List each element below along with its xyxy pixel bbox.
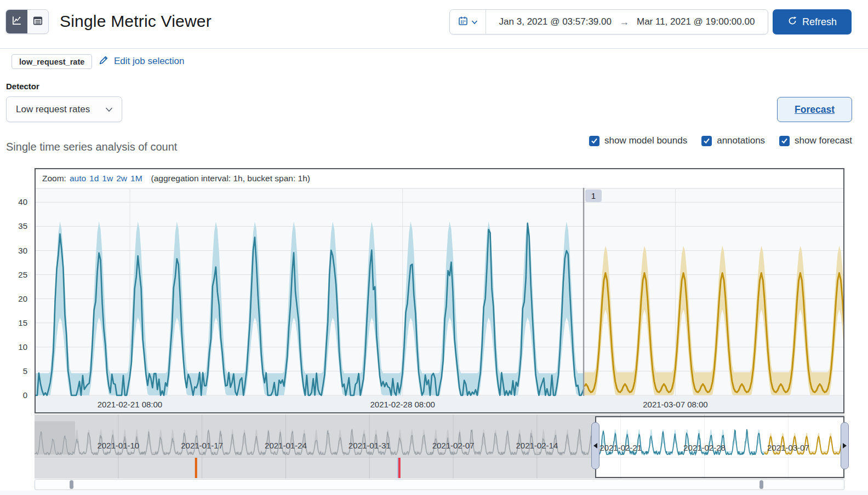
- zoom-link-auto[interactable]: auto: [70, 174, 86, 183]
- x-axis-label: 2021-02-21 08:00: [98, 400, 162, 409]
- zoom-link-1d[interactable]: 1d: [89, 174, 99, 183]
- y-axis-label: 10: [0, 342, 27, 352]
- line-chart-icon: [11, 15, 22, 28]
- show-forecast-checkbox[interactable]: show forecast: [779, 135, 852, 146]
- page-title: Single Metric Viewer: [60, 12, 212, 31]
- bottom-strip: [0, 491, 868, 495]
- selection-date-label: 2021-02-21: [599, 443, 642, 452]
- navigator-date-label: 2021-02-14: [516, 441, 558, 450]
- job-badge: low_request_rate: [12, 54, 92, 69]
- date-picker-menu-button[interactable]: [450, 10, 486, 34]
- annotation-marker[interactable]: [398, 458, 401, 478]
- checkbox-label: show forecast: [795, 135, 852, 146]
- navigator-date-label: 2021-01-24: [265, 441, 307, 450]
- checkbox-label: show model bounds: [604, 135, 687, 146]
- checkbox-label: annotations: [717, 135, 765, 146]
- y-axis-label: 35: [0, 221, 27, 231]
- edit-job-selection-link[interactable]: Edit job selection: [99, 55, 185, 68]
- table-icon: [32, 15, 43, 28]
- zoom-link-2w[interactable]: 2w: [116, 174, 127, 183]
- caret-right-icon: [843, 443, 847, 448]
- forecast-button[interactable]: Forecast: [777, 97, 852, 122]
- view-toggle-group: [5, 9, 49, 34]
- zoom-controls: Zoom: auto 1d 1w 2w 1M (aggregation inte…: [36, 169, 843, 187]
- navigator-selection-window[interactable]: 2021-02-212021-02-282021-03-07: [595, 416, 844, 478]
- x-axis-label: 2021-03-07 08:00: [643, 400, 707, 409]
- y-axis-label: 25: [0, 270, 27, 279]
- detector-selected-value: Low request rates: [16, 104, 90, 115]
- zoom-link-1M[interactable]: 1M: [130, 174, 142, 183]
- annotation-marker-accent: [397, 458, 398, 478]
- edit-job-selection-label: Edit job selection: [114, 56, 185, 67]
- annotations-checkbox[interactable]: annotations: [701, 135, 765, 146]
- chart-view-toggle-button[interactable]: [6, 10, 27, 33]
- start-date-button[interactable]: Jan 3, 2021 @ 03:57:39.00: [499, 16, 612, 27]
- chevron-down-icon: [471, 17, 478, 27]
- table-view-toggle-button[interactable]: [27, 10, 49, 33]
- navigator-scroll-track[interactable]: [35, 479, 844, 490]
- checkbox-checked-icon: [701, 136, 712, 146]
- selection-window-chart: 2021-02-212021-02-282021-03-07: [596, 417, 843, 477]
- single-metric-viewer-page: Single Metric Viewer Jan 3, 2021 @ 03:57…: [0, 0, 868, 495]
- detector-select[interactable]: Low request rates: [6, 96, 122, 122]
- checkbox-checked-icon: [779, 136, 790, 146]
- date-range: Jan 3, 2021 @ 03:57:39.00 → Mar 11, 2021…: [486, 10, 768, 34]
- detector-label: Detector: [6, 82, 39, 91]
- navigator-date-label: 2021-01-17: [181, 441, 223, 450]
- section-title: Single time series analysis of count: [6, 141, 177, 153]
- chart-options: show model bounds annotations show forec…: [589, 135, 852, 146]
- checkbox-checked-icon: [589, 136, 599, 146]
- y-axis-label: 20: [0, 294, 27, 303]
- y-axis-label: 30: [0, 246, 27, 255]
- selection-right-handle[interactable]: [841, 422, 849, 469]
- x-axis-label: 2021-02-28 08:00: [370, 400, 435, 409]
- y-axis-label: 15: [0, 318, 27, 327]
- caret-left-icon: [593, 443, 597, 448]
- y-axis-label: 40: [0, 197, 27, 206]
- date-range-picker: Jan 3, 2021 @ 03:57:39.00 → Mar 11, 2021…: [449, 9, 768, 34]
- scroll-thumb-right[interactable]: [760, 480, 763, 489]
- y-axis-label: 5: [0, 366, 27, 376]
- navigator-date-label: 2021-01-31: [349, 441, 391, 450]
- scroll-thumb-left[interactable]: [70, 480, 73, 489]
- navigator-date-label: 2021-01-10: [97, 441, 139, 450]
- show-model-bounds-checkbox[interactable]: show model bounds: [589, 135, 687, 146]
- selection-left-handle[interactable]: [591, 422, 599, 469]
- y-axis-label: 0: [0, 390, 27, 400]
- selection-date-label: 2021-03-07: [767, 443, 809, 452]
- main-timeseries-chart[interactable]: 2021-02-21 08:002021-02-28 08:002021-03-…: [36, 187, 843, 412]
- refresh-button[interactable]: Refresh: [773, 9, 852, 34]
- annotation-badge[interactable]: 1: [585, 189, 602, 202]
- zoom-prefix-label: Zoom:: [42, 174, 66, 183]
- navigator-date-label: 2021-02-07: [432, 441, 475, 450]
- refresh-icon: [787, 16, 797, 28]
- calendar-icon: [458, 15, 469, 28]
- annotation-marker[interactable]: [195, 458, 197, 478]
- header-divider: [0, 48, 868, 49]
- end-date-button[interactable]: Mar 11, 2021 @ 19:00:00.00: [637, 16, 755, 27]
- timeseries-chart-container: Zoom: auto 1d 1w 2w 1M (aggregation inte…: [35, 168, 844, 413]
- refresh-label: Refresh: [802, 16, 837, 28]
- range-arrow-icon: →: [619, 16, 629, 28]
- pencil-icon: [99, 55, 109, 68]
- aggregation-info-label: (aggregation interval: 1h, bucket span: …: [151, 174, 310, 183]
- chevron-down-icon: [105, 104, 113, 115]
- selection-date-label: 2021-02-28: [683, 443, 726, 452]
- zoom-link-1w[interactable]: 1w: [102, 174, 113, 183]
